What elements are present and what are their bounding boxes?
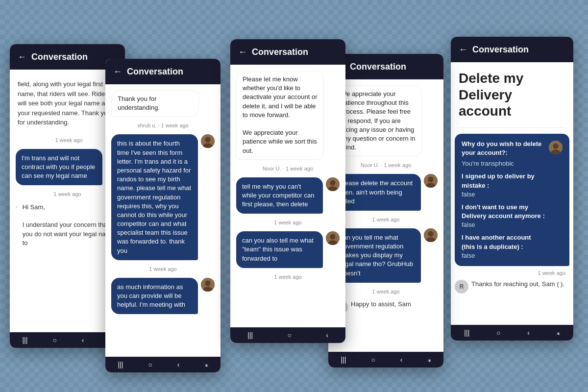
footer-menu-icon-4: ||| (341, 356, 346, 364)
footer-back-icon: ‹ (82, 336, 84, 344)
phone-3-recv-1: Please let me know whether you'd like to… (236, 71, 324, 160)
phone-1-dot: · (16, 203, 18, 210)
phone-2: ← Conversation Thank you for understandi… (105, 59, 220, 372)
qa-q3: I don't want to use my Delivery account … (462, 203, 545, 220)
phone-4-ts-1: Noor U. · 1 week ago (334, 162, 438, 168)
phone-5-response-text: Thanks for reaching out, Sam ( ). (471, 280, 564, 289)
svg-point-16 (428, 177, 433, 182)
phone-5-response-row: R Thanks for reaching out, Sam ( ). (451, 280, 573, 294)
phone-3-title: Conversation (252, 47, 308, 57)
back-arrow-icon-5[interactable]: ← (459, 45, 467, 55)
footer-menu-icon-3: ||| (247, 331, 253, 339)
qa-a4: false (462, 251, 545, 260)
footer-menu-icon-2: ||| (118, 361, 123, 368)
phone-4-ts-2: 1 week ago (334, 217, 438, 222)
footer-home-icon-3: ○ (287, 331, 291, 339)
avatar-2b (201, 278, 215, 292)
phone-5-header: ← Conversation (451, 37, 573, 62)
phone-5-footer: ||| ○ ‹ ⁎ (451, 325, 573, 341)
svg-point-13 (330, 234, 335, 240)
footer-home-icon-2: ○ (148, 361, 152, 368)
svg-point-4 (205, 137, 210, 143)
footer-menu-icon: ||| (22, 336, 27, 344)
qa-q2: I signed up to deliver by mistake : (462, 172, 545, 190)
phone-2-header: ← Conversation (105, 59, 220, 84)
phone-2-bubble-2: as much information as you can provide w… (111, 278, 198, 315)
back-arrow-icon-3[interactable]: ← (238, 47, 247, 57)
qa-a1: You're transphobic (462, 159, 545, 168)
phone-2-ts-2: 1 week ago (111, 266, 215, 272)
phone-5: ← Conversation Delete my Delivery accoun… (451, 37, 573, 341)
qa-a3: false (462, 220, 545, 229)
phone-4-header: ← Conversation (328, 54, 443, 79)
phone-3-footer: ||| ○ ‹ (230, 327, 345, 343)
phone-4-recv-2: Happy to assist, Sam (351, 300, 411, 308)
footer-home-icon-4: ○ (371, 356, 375, 364)
phone-4-footer: ||| ○ ‹ ⁎ (328, 352, 443, 368)
footer-back-icon-3: ‹ (326, 331, 328, 339)
phone-3: ← Conversation Please let me know whethe… (230, 39, 345, 343)
svg-point-19 (428, 231, 433, 236)
phone-3-body: Please let me know whether you'd like to… (230, 65, 345, 327)
avatar-5 (549, 141, 563, 154)
phone-1-ts-1: · 1 week ago (16, 137, 119, 143)
phone-4-bubble-2: can you tell me what government regulati… (334, 228, 421, 283)
phone-5-question-block: Why do you wish to delete your account?:… (455, 134, 569, 266)
phone-2-body: Thank you for understanding. shruti u. ·… (105, 84, 220, 357)
footer-star-icon-5: ⁎ (557, 329, 560, 337)
footer-back-icon-4: ‹ (400, 356, 403, 364)
svg-point-7 (205, 280, 210, 286)
phone-5-body: Delete my Delivery account Why do you wi… (451, 62, 573, 325)
footer-back-icon-2: ‹ (177, 361, 180, 368)
avatar-4b (424, 228, 438, 242)
phone-3-ts-1: Noor U. · 1 week ago (236, 166, 340, 172)
phone-3-header: ← Conversation (230, 39, 345, 65)
phone-3-ts-2: 1 week ago (236, 220, 340, 225)
phone-2-ts-1: shruti u. · 1 week ago (111, 122, 215, 128)
phones-container: ← Conversation field, along with your le… (0, 0, 588, 392)
phone-3-bubble-1: tell me why you can't while your competi… (236, 177, 323, 214)
phone-2-title: Conversation (127, 67, 183, 77)
phone-5-initial: R (455, 280, 468, 294)
back-arrow-icon[interactable]: ← (18, 52, 26, 62)
footer-star-icon-4: ⁎ (428, 356, 431, 364)
phone-1-bubble-1: I'm trans and will not contract with you… (16, 149, 102, 186)
delete-account-title: Delete my Delivery account (451, 62, 573, 127)
avatar-4 (424, 174, 438, 188)
phone-4-bubble-1: please delete the account then. ain't wo… (334, 174, 421, 211)
phone-5-ts-1: 1 week ago (451, 268, 573, 278)
svg-point-10 (330, 180, 335, 185)
footer-menu-icon-5: ||| (464, 329, 469, 337)
footer-back-icon-5: ‹ (527, 329, 530, 337)
phone-2-footer: ||| ○ ‹ ⁎ (105, 357, 220, 372)
phone-2-bubble-1: this is about the fourth time I've seen … (111, 134, 198, 260)
phone-3-bubble-2: can you also tell me what "team" this is… (236, 231, 323, 268)
footer-star-icon-2: ⁎ (205, 361, 208, 368)
phone-4-body: We appreciate your patience throughout t… (328, 79, 443, 352)
phone-3-ts-3: 1 week ago (236, 274, 340, 280)
phone-5-title: Conversation (472, 45, 529, 55)
footer-home-icon-5: ○ (496, 329, 500, 337)
back-arrow-icon-2[interactable]: ← (113, 67, 122, 77)
phone-1-ts-2: 1 week ago (16, 191, 119, 197)
avatar-3b (326, 231, 340, 245)
phone-4-ts-3: 1 week ago (334, 289, 438, 294)
phone-4-title: Conversation (350, 62, 406, 72)
phone-4-recv-1: We appreciate your patience throughout t… (334, 85, 422, 156)
qa-q4: I have another account (this is a duplic… (462, 233, 545, 251)
avatar-3 (326, 177, 340, 191)
phone-4: ← Conversation We appreciate your patien… (328, 54, 443, 368)
svg-point-22 (553, 143, 558, 148)
footer-home-icon: ○ (52, 336, 56, 344)
phone-1-msg-1: field, along with your legal first name,… (16, 75, 119, 131)
phone-2-recv-1: Thank you for understanding. (111, 90, 199, 117)
avatar-2 (201, 134, 215, 148)
phone-1-msg-2: Hi Sam,I understand your concern that yo… (23, 203, 119, 247)
phone-1-title: Conversation (31, 52, 88, 62)
qa-q1: Why do you wish to delete your account?: (462, 140, 545, 157)
qa-a2: false (462, 190, 545, 199)
